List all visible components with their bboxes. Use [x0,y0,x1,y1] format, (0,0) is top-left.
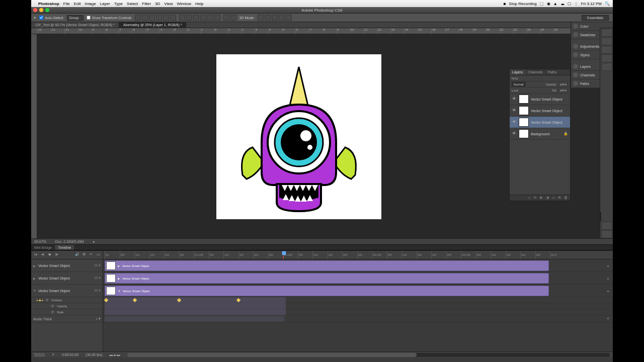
zoom-slider-icon[interactable]: ▬▲▬ [110,353,120,356]
stopwatch-icon[interactable]: ⏱ [51,305,54,308]
fill-value[interactable]: 100% [558,89,568,92]
timeline-tab[interactable]: Timeline [55,245,74,250]
doc-size[interactable]: Doc: 2.32M/5.49M [55,240,84,243]
menu-select[interactable]: Select [127,2,138,6]
track-header[interactable]: ▶Vector Smart Object⊟ ▾ [31,272,103,285]
track-prop-style[interactable]: ⏱Style [31,309,103,315]
blend-mode[interactable]: Normal [512,82,525,86]
minimize-icon[interactable] [39,8,43,12]
timeline-clip[interactable]: ▶Vector Smart Object [105,273,549,284]
add-media-icon[interactable]: ＋ [606,276,611,281]
align-icons[interactable] [135,15,176,21]
panel-styles[interactable]: Styles [571,51,600,59]
goto-first-icon[interactable]: |◂ [33,252,38,257]
menubar-icon[interactable]: ☁ [560,2,565,6]
trash-icon[interactable]: 🗑 [564,196,569,200]
render-icon[interactable]: ↱ [52,353,55,357]
panel-icon[interactable] [601,29,612,37]
timeline-scrollbar[interactable] [127,353,610,357]
stopwatch-icon[interactable]: ⏱ [46,299,49,302]
current-time[interactable]: 0:00:02:00 [62,353,78,356]
audio-clip[interactable] [105,316,284,322]
panel-channels[interactable]: Channels [571,71,600,79]
add-media-icon[interactable]: ＋ [606,263,611,268]
layer-row[interactable]: 👁Vector Smart Object [510,94,570,105]
mini-bridge-tab[interactable]: Mini Bridge [31,245,55,250]
tracks-area[interactable]: ▶Vector Smart Object＋ ▶Vector Smart Obje… [103,259,613,351]
track-header[interactable]: ▶Vector Smart Object⊟ ▾ [31,259,103,272]
paths-tab[interactable]: Paths [545,69,559,75]
stopwatch-icon[interactable]: ⏱ [51,311,54,314]
timeline-ruler[interactable]: 0005f10f15f20f25f01:00f05f10f15f20f25f02… [103,251,613,259]
auto-select-checkbox[interactable]: Auto-Select: [39,16,64,20]
prev-frame-icon[interactable]: ◂| [40,252,45,257]
mute-icon[interactable]: 🔊 [74,252,79,257]
next-frame-icon[interactable]: |▸ [54,252,59,257]
menu-type[interactable]: Type [114,2,123,6]
panel-adjustments[interactable]: Adjustments [571,42,600,51]
arrange-icons[interactable] [223,15,236,21]
panel-icon[interactable] [601,54,612,62]
move-tool-icon[interactable]: ▸ [34,16,36,20]
visibility-icon[interactable]: 👁 [512,108,517,113]
audio-track-header[interactable]: Audio Track♪ ▾ [31,315,103,323]
track-prop-position[interactable]: ◂ ◆ ▸⏱Position [31,297,103,303]
menubar-icon[interactable]: ◉ [547,2,550,6]
layers-tab[interactable]: Layers [510,69,525,75]
workspace-switcher[interactable]: Essentials [582,15,609,21]
panel-color[interactable]: Color [571,22,600,31]
timeline-clip[interactable]: ▶Vector Smart Object [105,260,549,271]
menu-filter[interactable]: Filter [142,2,151,6]
menu-image[interactable]: Image [85,2,96,6]
add-audio-icon[interactable]: ＋ [606,315,611,320]
add-media-icon[interactable]: ＋ [606,288,611,293]
keyframe-track[interactable] [103,297,613,303]
dropbox-icon[interactable]: ⬡ [568,2,571,6]
new-layer-icon[interactable]: ⊞ [558,196,562,200]
document-canvas[interactable] [216,54,381,219]
close-icon[interactable] [33,8,37,12]
doc-tab-1[interactable]: GIF_Test @ 60.7% (Vector Smart Object, R… [31,22,119,28]
show-transform-checkbox[interactable]: Show Transform Controls [87,16,132,20]
play-icon[interactable]: ▶ [47,252,52,257]
link-icon[interactable]: ⬭ [528,196,532,200]
menubar-icon[interactable]: ⬚ [540,2,544,6]
transition-icon[interactable]: ▭ [96,252,101,257]
menubar-icon[interactable]: ▲ [553,2,557,6]
visibility-icon[interactable]: 👁 [512,97,517,102]
playhead[interactable] [283,251,284,259]
layer-row[interactable]: 👁Vector Smart Object [510,105,570,117]
filter-kind[interactable]: Kind [512,77,518,80]
panel-icon[interactable] [601,63,612,71]
panel-icon[interactable] [600,212,601,221]
panel-swatches[interactable]: Swatches [571,31,600,39]
menu-window[interactable]: Window [177,2,191,6]
frame-counter-icon[interactable]: ◫◫◫ [34,353,45,357]
track-prop-opacity[interactable]: ⏱Opacity [31,303,103,309]
group-icon[interactable]: ▭ [552,196,556,200]
fx-icon[interactable]: fx [534,196,538,200]
zoom-icon[interactable] [45,8,49,12]
spotlight-icon[interactable]: 🔍 [605,2,610,6]
clock[interactable]: Fri 3:12 PM [581,2,602,6]
zoom-level[interactable]: 60.67% [34,240,46,243]
menu-3d[interactable]: 3D [155,2,160,6]
doc-tab-2[interactable]: Abernathy @ 25% (Layer 1, RGB/8) * [119,22,186,28]
menu-layer[interactable]: Layer [100,2,110,6]
adjustment-icon[interactable]: ◑ [546,196,550,200]
panel-paths[interactable]: Paths [571,79,600,88]
panel-icon[interactable] [601,37,612,45]
visibility-icon[interactable]: 👁 [512,131,517,136]
track-header[interactable]: ▼Vector Smart Object⊟ ▾ [31,285,103,297]
menu-view[interactable]: View [164,2,173,6]
channels-tab[interactable]: Channels [525,69,545,75]
menu-file[interactable]: File [63,2,70,6]
panel-icon[interactable] [601,230,612,238]
split-icon[interactable]: ✂ [89,252,94,257]
layer-row[interactable]: 👁Vector Smart Object [510,117,570,128]
distribute-icons[interactable] [179,15,220,21]
window-controls[interactable] [33,8,49,12]
menu-help[interactable]: Help [195,2,203,6]
status-arrow-icon[interactable]: ▸ [93,240,95,244]
mask-icon[interactable]: ◐ [540,196,544,200]
